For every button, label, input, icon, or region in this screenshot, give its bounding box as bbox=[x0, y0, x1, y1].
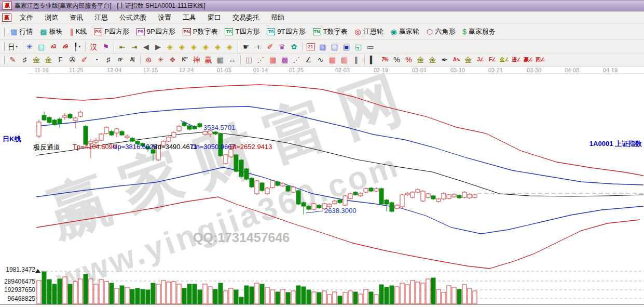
flag-tool-icon[interactable]: ⚑ bbox=[100, 42, 112, 52]
save-button[interactable]: ▣ bbox=[340, 42, 352, 52]
gold-angle-icon[interactable]: 金∠ bbox=[498, 55, 510, 65]
jin-angle-icon[interactable]: 进∠ bbox=[510, 55, 522, 65]
si-angle-icon[interactable]: 四∠ bbox=[534, 55, 546, 65]
candle-style-button[interactable]: 日▾ bbox=[7, 42, 19, 52]
first-bar-button[interactable]: ⇤ bbox=[116, 42, 128, 52]
ink-pen-icon[interactable]: ✒ bbox=[439, 55, 450, 65]
calendar-button[interactable]: 21 bbox=[305, 42, 317, 52]
sectors-button[interactable]: ▩板块 bbox=[36, 26, 66, 37]
diamond-move-right-icon[interactable]: ◈ bbox=[176, 42, 188, 52]
wave-3-icon[interactable]: ʌ3 bbox=[47, 42, 59, 52]
cycle-clock-icon[interactable]: ◔ bbox=[90, 55, 102, 65]
winner-service-button[interactable]: $赢家服务 bbox=[459, 26, 499, 37]
a-wave-icon[interactable]: A∿ bbox=[450, 55, 462, 65]
gann-wheel-button[interactable]: ◎江恩轮 bbox=[351, 26, 387, 37]
diamond-expand-h-icon[interactable]: ◈ bbox=[188, 42, 200, 52]
notes-button[interactable]: ▤ bbox=[328, 42, 340, 52]
brush-icon[interactable]: ✐ bbox=[78, 55, 90, 65]
red-grid-icon[interactable]: ▦ bbox=[326, 55, 338, 65]
print-button[interactable]: ▭ bbox=[364, 42, 376, 52]
price-ruler-icon[interactable]: ▦ bbox=[214, 55, 226, 65]
t-square-button[interactable]: TST四方形 bbox=[221, 26, 263, 37]
toolbar-grip[interactable] bbox=[2, 56, 5, 64]
purple-fan-icon[interactable]: ⋰ bbox=[291, 55, 303, 65]
next-bar-button[interactable]: ▶ bbox=[152, 42, 164, 52]
purple-grid-icon[interactable]: ▩ bbox=[279, 55, 291, 65]
spider-web-icon[interactable]: ❖ bbox=[167, 55, 179, 65]
n-square-icon[interactable]: n² bbox=[114, 55, 126, 65]
toolbar-grip[interactable] bbox=[2, 42, 5, 51]
web-lines-icon[interactable]: ✳ bbox=[23, 42, 35, 52]
gold-fence2-icon[interactable]: 金 bbox=[43, 55, 54, 65]
prev-bar-button[interactable]: ◀ bbox=[140, 42, 152, 52]
zigzag-icon[interactable]: ∿ bbox=[314, 55, 326, 65]
k-mark-icon[interactable]: K″ bbox=[179, 55, 190, 65]
diamond-move-left-icon[interactable]: ◈ bbox=[164, 42, 176, 52]
menu-item-8[interactable]: 交易委托 bbox=[227, 11, 265, 24]
winner-wheel-button[interactable]: ◉赢家轮 bbox=[387, 26, 423, 37]
gold-circle-icon[interactable]: 金 bbox=[415, 55, 427, 65]
spiral-icon[interactable]: ✇ bbox=[66, 55, 78, 65]
menu-item-1[interactable]: 浏览 bbox=[39, 11, 64, 24]
menu-item-4[interactable]: 公式选股 bbox=[114, 11, 152, 24]
hexagon-button[interactable]: ⬡六角形 bbox=[423, 26, 459, 37]
window-grid-icon[interactable]: ◫ bbox=[243, 55, 255, 65]
menu-item-2[interactable]: 资讯 bbox=[64, 11, 89, 24]
crown-tool-button[interactable]: ♛ bbox=[276, 42, 288, 52]
gold-fence-icon[interactable]: 金 bbox=[31, 55, 43, 65]
star-rays-icon[interactable]: ✳ bbox=[155, 55, 167, 65]
diamond-expand-all-icon[interactable]: ◈ bbox=[212, 42, 224, 52]
span-arrow-icon[interactable]: ↔ bbox=[226, 55, 238, 65]
f-angle-icon[interactable]: F∠ bbox=[486, 55, 498, 65]
wave-9-icon[interactable]: ʌ9 bbox=[59, 42, 71, 52]
diamond-compress-h-icon[interactable]: ◈ bbox=[200, 42, 212, 52]
shen-tool-icon[interactable]: 神 bbox=[190, 55, 202, 65]
slashes-icon[interactable]: ∥ bbox=[350, 55, 362, 65]
ying-angle-icon[interactable]: 赢∠ bbox=[522, 55, 534, 65]
menu-item-6[interactable]: 工具 bbox=[177, 11, 202, 24]
calculator-button[interactable]: ▦ bbox=[317, 42, 328, 52]
red-web-icon[interactable]: ▦ bbox=[267, 55, 279, 65]
fence-small-icon[interactable]: ♯ bbox=[102, 55, 114, 65]
last-bar-button[interactable]: ⇥ bbox=[128, 42, 140, 52]
p9-square-button[interactable]: P99P四方形 bbox=[133, 26, 179, 37]
gold-lines-icon[interactable]: 金 bbox=[427, 55, 439, 65]
candle-type-button[interactable]: ╿▾ bbox=[71, 42, 83, 52]
ying-tool-icon[interactable]: 赢 bbox=[202, 55, 214, 65]
menu-item-9[interactable]: 帮助 bbox=[265, 11, 290, 24]
j-angle-icon[interactable]: J∠ bbox=[474, 55, 486, 65]
menu-item-0[interactable]: 文件 bbox=[14, 11, 39, 24]
crosshair-button[interactable]: + bbox=[252, 42, 264, 52]
seven-pct-icon[interactable]: 7% bbox=[379, 55, 391, 65]
pct-lines-icon[interactable]: % bbox=[403, 55, 415, 65]
gold-rule-icon[interactable]: 金 bbox=[462, 55, 474, 65]
f-fence-icon[interactable]: F bbox=[54, 55, 66, 65]
t-number-button[interactable]: TNT数字表 bbox=[309, 26, 351, 37]
compass-pen-icon[interactable]: ✎ bbox=[7, 55, 19, 65]
mirror-a-icon[interactable]: A| bbox=[126, 55, 138, 65]
zoom-pen-button[interactable]: ✐ bbox=[264, 42, 276, 52]
menu-item-5[interactable]: 设置 bbox=[152, 11, 177, 24]
t9-square-button[interactable]: T99T四方形 bbox=[263, 26, 309, 37]
diamond-compress-all-icon[interactable]: ◈ bbox=[224, 42, 236, 52]
red-bars-grid-icon[interactable]: ▥ bbox=[338, 55, 350, 65]
p-number-button[interactable]: PNP数字表 bbox=[179, 26, 222, 37]
percent-icon[interactable]: % bbox=[391, 55, 403, 65]
export-button[interactable]: ◱ bbox=[352, 42, 364, 52]
p-square-button[interactable]: PSP四方形 bbox=[90, 26, 133, 37]
chart-canvas[interactable]: 赢家财富网www.yingjia360.comQQ:173145764611-1… bbox=[0, 66, 644, 307]
gann-fence-icon[interactable]: ♯ bbox=[19, 55, 31, 65]
gann-target-icon[interactable]: ⊕ bbox=[143, 55, 155, 65]
han-tool-icon[interactable]: 汉 bbox=[88, 42, 100, 52]
clipboard-icon[interactable]: ▤ bbox=[35, 42, 47, 52]
menu-item-3[interactable]: 江恩 bbox=[89, 11, 114, 24]
volume-tool-icon[interactable]: ▍ bbox=[367, 55, 379, 65]
toolbar-grip[interactable] bbox=[2, 28, 5, 36]
ray-fan-icon[interactable]: ⋰ bbox=[255, 55, 267, 65]
drag-hand-button[interactable]: ☛ bbox=[240, 42, 252, 52]
menu-item-7[interactable]: 窗口 bbox=[202, 11, 227, 24]
quotes-button[interactable]: ▦行情 bbox=[7, 26, 36, 37]
angle-line-icon[interactable]: ∠ bbox=[303, 55, 314, 65]
kline-button[interactable]: ∥K线 bbox=[66, 26, 90, 37]
brain-tool-button[interactable]: ✿ bbox=[288, 42, 300, 52]
